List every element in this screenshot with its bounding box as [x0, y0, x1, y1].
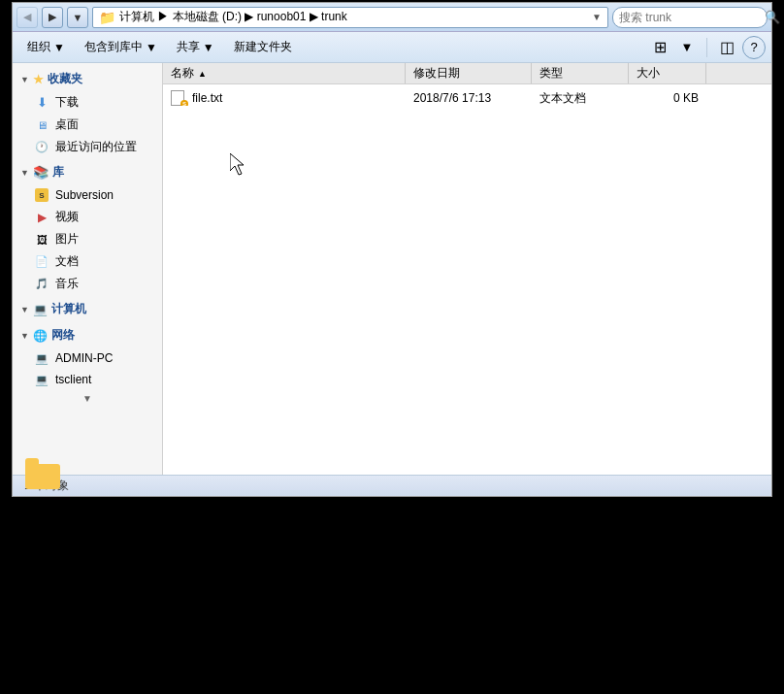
toolbar: 组织 ▼ 包含到库中 ▼ 共享 ▼ 新建文件夹 ⊞ ▼ ◫ ?	[13, 32, 771, 63]
video-icon: ▶	[34, 210, 49, 225]
addr-sep-1: ▶	[157, 10, 172, 23]
library-arrow: ▼	[20, 168, 29, 178]
sidebar-subversion-label: Subversion	[55, 188, 114, 202]
image-icon: 🖼	[34, 232, 49, 248]
search-input[interactable]	[619, 11, 765, 24]
column-headers: 名称 ▲ 修改日期 类型 大小	[163, 63, 771, 84]
network-icon: 🌐	[33, 329, 48, 343]
col-header-date[interactable]: 修改日期	[406, 63, 532, 83]
share-button[interactable]: 共享 ▼	[168, 35, 223, 60]
computer-arrow: ▼	[20, 305, 29, 314]
col-header-type[interactable]: 类型	[532, 63, 629, 83]
addr-sep-3: ▶	[310, 10, 321, 23]
sidebar-item-admin-pc[interactable]: 💻 ADMIN-PC	[13, 347, 162, 369]
addr-sep-2: ▶	[245, 10, 256, 23]
file-size-cell: 0 KB	[629, 91, 706, 105]
addr-computer: 计算机	[119, 10, 154, 23]
sort-arrow: ▲	[198, 69, 207, 79]
table-row[interactable]: S file.txt 2018/7/6 17:13 文本文档 0 KB	[163, 84, 771, 112]
sidebar-desktop-label: 桌面	[55, 116, 79, 133]
file-date: 2018/7/6 17:13	[413, 91, 491, 105]
sidebar-section-network: ▼ 🌐 网络 💻 ADMIN-PC 💻 tsclient ▼	[13, 323, 162, 406]
document-icon: 📄	[34, 254, 49, 270]
address-bar[interactable]: 📁 计算机 ▶ 本地磁盘 (D:) ▶ runoob01 ▶ trunk ▼	[92, 7, 608, 28]
file-type-cell: 文本文档	[532, 90, 629, 107]
new-folder-button[interactable]: 新建文件夹	[225, 35, 301, 60]
desktop-icon: 🖥	[34, 117, 49, 133]
sidebar-music-label: 音乐	[55, 276, 79, 292]
addr-drive: 本地磁盘 (D:)	[173, 10, 242, 23]
favorites-star-icon: ★	[33, 73, 44, 86]
sidebar-item-document[interactable]: 📄 文档	[13, 250, 162, 273]
sidebar-item-recent[interactable]: 🕐 最近访问的位置	[13, 136, 162, 158]
sidebar-section-computer: ▼ 💻 计算机	[13, 297, 162, 321]
statusbar: 1 个对象	[13, 475, 771, 496]
titlebar: ◀ ▶ ▼ 📁 计算机 ▶ 本地磁盘 (D:) ▶ runoob01 ▶ tru…	[13, 3, 771, 32]
toolbar-separator	[706, 38, 707, 57]
main-area: ▼ ★ 收藏夹 ⬇ 下载 🖥 桌面 🕐 最近访问的位置	[13, 63, 771, 475]
sidebar-recent-label: 最近访问的位置	[55, 139, 137, 155]
organize-button[interactable]: 组织 ▼	[18, 35, 74, 60]
sidebar-computer-label: 计算机	[51, 301, 86, 317]
sidebar-section-favorites: ▼ ★ 收藏夹 ⬇ 下载 🖥 桌面 🕐 最近访问的位置	[13, 67, 162, 158]
sidebar-library-header[interactable]: ▼ 📚 库	[13, 160, 162, 184]
sidebar-scroll-down[interactable]: ▼	[13, 390, 162, 406]
folder-shortcut[interactable]	[25, 458, 64, 489]
sidebar-favorites-label: 收藏夹	[48, 71, 82, 87]
network-arrow: ▼	[20, 331, 29, 341]
file-name: file.txt	[192, 91, 222, 105]
favorites-arrow: ▼	[20, 75, 29, 84]
addr-trunk: trunk	[321, 10, 347, 23]
back-button[interactable]: ◀	[16, 7, 38, 28]
sidebar-video-label: 视频	[55, 209, 79, 225]
col-header-name[interactable]: 名称 ▲	[163, 63, 406, 83]
sidebar-section-library: ▼ 📚 库 S Subversion ▶ 视频 🖼 图片	[13, 160, 162, 295]
preview-button[interactable]: ◫	[715, 36, 738, 59]
address-path: 计算机 ▶ 本地磁盘 (D:) ▶ runoob01 ▶ trunk	[119, 9, 592, 25]
sidebar-library-label: 库	[52, 164, 64, 181]
file-name-cell: S file.txt	[163, 90, 406, 106]
subversion-icon: S	[34, 187, 49, 203]
sidebar-item-subversion[interactable]: S Subversion	[13, 184, 162, 206]
folder-icon-large	[25, 458, 64, 489]
download-icon: ⬇	[34, 95, 49, 111]
forward-button[interactable]: ▶	[42, 7, 63, 28]
computer-icon: 💻	[33, 303, 48, 316]
file-type: 文本文档	[539, 91, 586, 105]
addr-repo: runoob01	[257, 10, 307, 23]
toolbar-right: ⊞ ▼ ◫ ?	[648, 36, 766, 59]
search-bar[interactable]: 🔍	[612, 7, 768, 28]
col-header-size[interactable]: 大小	[629, 63, 706, 83]
file-date-cell: 2018/7/6 17:13	[406, 91, 532, 105]
sidebar-item-download[interactable]: ⬇ 下载	[13, 91, 162, 114]
sidebar-item-image[interactable]: 🖼 图片	[13, 228, 162, 250]
sidebar-download-label: 下载	[55, 94, 79, 111]
sidebar-network-label: 网络	[51, 327, 75, 344]
library-icon: 📚	[33, 165, 49, 180]
sidebar-item-tsclient[interactable]: 💻 tsclient	[13, 369, 162, 390]
sidebar-document-label: 文档	[55, 253, 79, 270]
sidebar-admin-pc-label: ADMIN-PC	[55, 351, 113, 365]
recent-icon: 🕐	[34, 140, 49, 155]
view-toggle-button[interactable]: ⊞	[648, 36, 671, 59]
sidebar: ▼ ★ 收藏夹 ⬇ 下载 🖥 桌面 🕐 最近访问的位置	[13, 63, 163, 475]
file-icon: S	[171, 90, 186, 106]
file-area: 名称 ▲ 修改日期 类型 大小	[163, 63, 771, 475]
help-button[interactable]: ?	[742, 36, 766, 59]
sidebar-image-label: 图片	[55, 231, 79, 248]
explorer-window: ◀ ▶ ▼ 📁 计算机 ▶ 本地磁盘 (D:) ▶ runoob01 ▶ tru…	[12, 2, 772, 497]
music-icon: 🎵	[34, 277, 49, 292]
view-dropdown-button[interactable]: ▼	[675, 36, 699, 59]
file-size: 0 KB	[673, 91, 699, 105]
dropdown-button[interactable]: ▼	[67, 7, 88, 28]
admin-pc-icon: 💻	[34, 350, 49, 366]
sidebar-computer-header[interactable]: ▼ 💻 计算机	[13, 297, 162, 321]
sidebar-item-desktop[interactable]: 🖥 桌面	[13, 114, 162, 136]
search-icon[interactable]: 🔍	[765, 10, 780, 24]
address-dropdown-icon[interactable]: ▼	[592, 12, 602, 22]
sidebar-item-music[interactable]: 🎵 音乐	[13, 273, 162, 295]
include-library-button[interactable]: 包含到库中 ▼	[76, 35, 166, 60]
sidebar-item-video[interactable]: ▶ 视频	[13, 206, 162, 228]
sidebar-network-header[interactable]: ▼ 🌐 网络	[13, 323, 162, 347]
sidebar-favorites-header[interactable]: ▼ ★ 收藏夹	[13, 67, 162, 91]
